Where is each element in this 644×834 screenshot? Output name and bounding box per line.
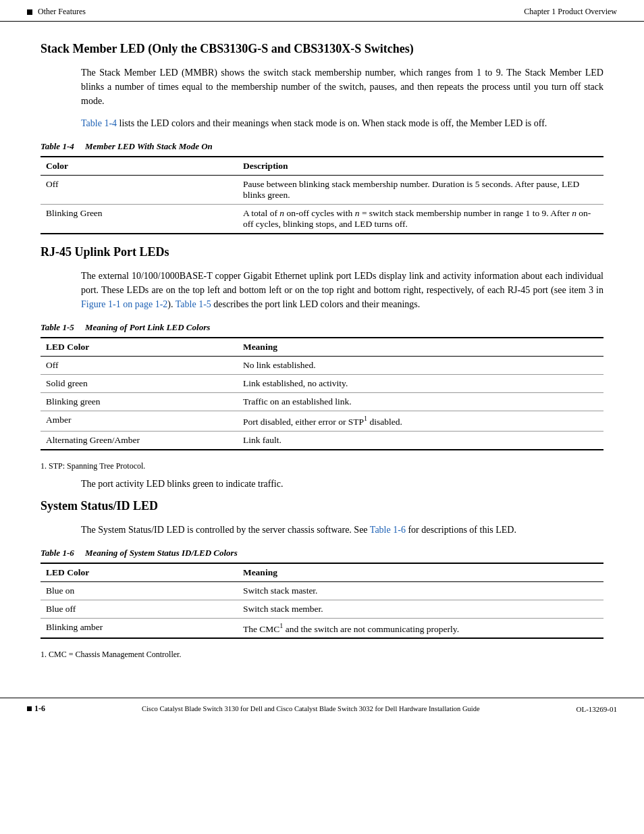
page-header: Other Features Chapter 1 Product Overvie… bbox=[0, 0, 644, 22]
footer-doc-number: OL-13269-01 bbox=[576, 705, 618, 713]
table-1-4-caption-label: Table 1-4 bbox=[41, 141, 74, 151]
table-1-5-col-meaning: Meaning bbox=[238, 338, 603, 357]
table-1-5-row1-col2: No link established. bbox=[238, 357, 603, 375]
table-1-4-row2-col1: Blinking Green bbox=[41, 205, 238, 234]
table-1-5-row1-col1: Off bbox=[41, 357, 238, 375]
page: Other Features Chapter 1 Product Overvie… bbox=[0, 0, 644, 719]
table-1-5-col-led: LED Color bbox=[41, 338, 238, 357]
header-right-text: Chapter 1 Product Overview bbox=[524, 7, 617, 17]
table-1-6-caption: Table 1-6 Meaning of System Status ID/LE… bbox=[41, 548, 603, 558]
table-1-5: LED Color Meaning Off No link establishe… bbox=[41, 337, 603, 450]
table-1-4-col-desc: Description bbox=[238, 157, 603, 176]
page-footer: 1-6 Cisco Catalyst Blade Switch 3130 for… bbox=[0, 698, 644, 719]
table-1-4-caption: Table 1-4 Member LED With Stack Mode On bbox=[41, 141, 603, 152]
table-1-4-row2-col2: A total of n on-off cycles with n = swit… bbox=[238, 205, 603, 234]
table-1-6-row3-col2: The CMC1 and the switch are not communic… bbox=[238, 618, 603, 638]
table-row: Off No link established. bbox=[41, 357, 603, 375]
header-bullet-icon bbox=[27, 9, 32, 15]
table-row: Blue off Switch stack member. bbox=[41, 600, 603, 618]
header-left-text: Other Features bbox=[38, 7, 86, 17]
table-row: Blinking amber The CMC1 and the switch a… bbox=[41, 618, 603, 638]
table-1-4-caption-title: Member LED With Stack Mode On bbox=[85, 141, 213, 151]
table-1-5-link[interactable]: Table 1-5 bbox=[176, 299, 211, 309]
table-1-6-row3-col1: Blinking amber bbox=[41, 618, 238, 638]
table-1-6-row1-col1: Blue on bbox=[41, 581, 238, 600]
table-1-5-row3-col2: Traffic on an established link. bbox=[238, 393, 603, 411]
table-row: Blue on Switch stack master. bbox=[41, 581, 603, 600]
table-1-6-link[interactable]: Table 1-6 bbox=[370, 525, 406, 535]
header-left: Other Features bbox=[27, 7, 86, 17]
section-rj45: RJ-45 Uplink Port LEDs The external 10/1… bbox=[41, 245, 603, 491]
table-1-5-caption-title: Meaning of Port Link LED Colors bbox=[85, 322, 210, 332]
table-1-5-caption: Table 1-5 Meaning of Port Link LED Color… bbox=[41, 322, 603, 333]
footer-center-text: Cisco Catalyst Blade Switch 3130 for Del… bbox=[45, 705, 576, 712]
section-1-para-1: The Stack Member LED (MMBR) shows the sw… bbox=[81, 66, 603, 108]
table-1-4-col-color: Color bbox=[41, 157, 238, 176]
table-1-6-caption-label: Table 1-6 bbox=[41, 548, 74, 558]
table-1-6: LED Color Meaning Blue on Switch stack m… bbox=[41, 563, 603, 640]
table-1-6-row2-col2: Switch stack member. bbox=[238, 600, 603, 618]
table-1-4-row1-col1: Off bbox=[41, 176, 238, 205]
section-2-para-1: The external 10/100/1000BASE-T copper Gi… bbox=[81, 269, 603, 311]
section-stack-member-led: Stack Member LED (Only the CBS3130G-S an… bbox=[41, 42, 603, 234]
table-1-6-caption-title: Meaning of System Status ID/LED Colors bbox=[85, 548, 238, 558]
table-row: Off Pause between blinking stack members… bbox=[41, 176, 603, 205]
table-row: Amber Port disabled, either error or STP… bbox=[41, 411, 603, 432]
table-1-6-col-meaning: Meaning bbox=[238, 563, 603, 582]
table-row: Blinking green Traffic on an established… bbox=[41, 393, 603, 411]
footer-bullet-icon bbox=[27, 706, 32, 711]
table-1-6-row1-col2: Switch stack master. bbox=[238, 581, 603, 600]
table-1-5-row4-col2: Port disabled, either error or STP1 disa… bbox=[238, 411, 603, 432]
figure-1-1-link[interactable]: Figure 1-1 on page 1-2 bbox=[81, 299, 167, 309]
section-3-heading: System Status/ID LED bbox=[41, 499, 603, 513]
table-1-6-row2-col1: Blue off bbox=[41, 600, 238, 618]
table-1-5-row5-col2: Link fault. bbox=[238, 431, 603, 450]
table-1-6-col-led: LED Color bbox=[41, 563, 238, 582]
table-1-5-caption-label: Table 1-5 bbox=[41, 322, 74, 332]
table-row: Alternating Green/Amber Link fault. bbox=[41, 431, 603, 450]
section-2-heading: RJ-45 Uplink Port LEDs bbox=[41, 245, 603, 259]
table-1-5-row2-col1: Solid green bbox=[41, 375, 238, 393]
section-system-status: System Status/ID LED The System Status/I… bbox=[41, 499, 603, 660]
table-1-5-footnote: 1. STP: Spanning Tree Protocol. bbox=[41, 461, 603, 471]
table-1-5-row5-col1: Alternating Green/Amber bbox=[41, 431, 238, 450]
footer-page-number: 1-6 bbox=[34, 704, 45, 714]
table-1-4: Color Description Off Pause between blin… bbox=[41, 156, 603, 234]
section-3-para-1: The System Status/ID LED is controlled b… bbox=[81, 523, 603, 537]
section-1-para-2: Table 1-4 lists the LED colors and their… bbox=[81, 116, 603, 130]
table-1-5-row2-col2: Link established, no activity. bbox=[238, 375, 603, 393]
table-row: Blinking Green A total of n on-off cycle… bbox=[41, 205, 603, 234]
section-2-after-para: The port activity LED blinks green to in… bbox=[81, 477, 603, 491]
main-content: Stack Member LED (Only the CBS3130G-S an… bbox=[0, 22, 644, 719]
table-row: Solid green Link established, no activit… bbox=[41, 375, 603, 393]
section-1-heading: Stack Member LED (Only the CBS3130G-S an… bbox=[41, 42, 603, 56]
table-1-5-row3-col1: Blinking green bbox=[41, 393, 238, 411]
table-1-4-link[interactable]: Table 1-4 bbox=[81, 118, 117, 128]
table-1-5-row4-col1: Amber bbox=[41, 411, 238, 432]
table-1-4-row1-col2: Pause between blinking stack membership … bbox=[238, 176, 603, 205]
table-1-6-footnote: 1. CMC = Chassis Management Controller. bbox=[41, 650, 603, 660]
footer-left: 1-6 bbox=[27, 704, 45, 714]
